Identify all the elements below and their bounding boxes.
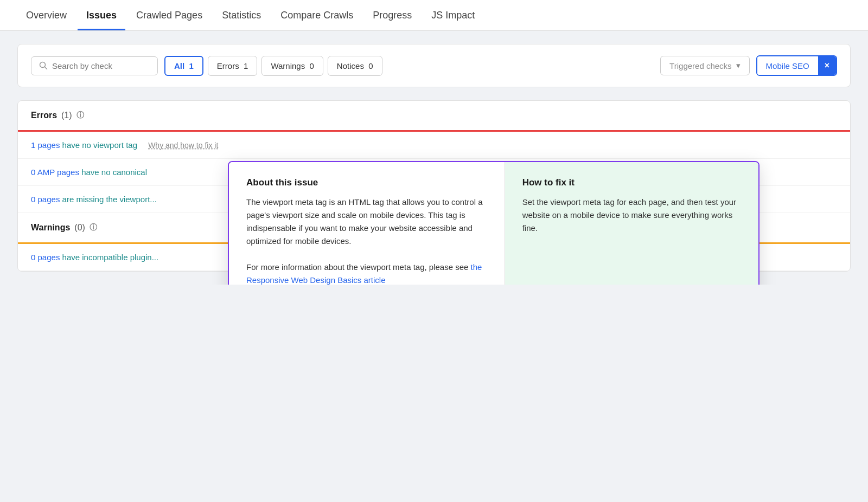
- search-box[interactable]: [31, 56, 158, 75]
- mobile-seo-close-button[interactable]: ×: [818, 56, 836, 75]
- svg-line-1: [45, 67, 47, 69]
- missing-viewport-text: are missing the viewport...: [62, 195, 157, 204]
- triggered-checks-label: Triggered checks: [669, 61, 732, 70]
- missing-viewport-pages-link[interactable]: 0 pages: [31, 195, 60, 204]
- filter-bar: All 1 Errors 1 Warnings 0 Notices 0 Trig…: [17, 44, 851, 87]
- errors-title: Errors: [31, 111, 57, 120]
- tab-compare-crawls[interactable]: Compare Crawls: [272, 0, 362, 30]
- tooltip-how-section: How to fix it Set the viewport meta tag …: [505, 162, 758, 285]
- top-navigation: Overview Issues Crawled Pages Statistics…: [0, 0, 868, 31]
- issue-row-viewport[interactable]: 1 pages have no viewport tag Why and how…: [18, 132, 850, 159]
- filter-pills: All 1 Errors 1 Warnings 0 Notices 0: [164, 56, 382, 76]
- tooltip-about-section: About this issue The viewport meta tag i…: [229, 162, 505, 285]
- search-icon: [39, 61, 48, 70]
- tab-statistics[interactable]: Statistics: [213, 0, 270, 30]
- pill-warnings[interactable]: Warnings 0: [261, 56, 323, 76]
- tooltip-popup: About this issue The viewport meta tag i…: [228, 161, 760, 285]
- pill-all[interactable]: All 1: [164, 56, 203, 76]
- tooltip-body-text-1: The viewport meta tag is an HTML tag tha…: [246, 197, 482, 246]
- errors-section-header: Errors (1) ⓘ: [18, 101, 850, 130]
- pill-errors[interactable]: Errors 1: [208, 56, 258, 76]
- viewport-issue-text: have no viewport tag: [62, 140, 137, 150]
- warnings-count: (0): [74, 223, 85, 233]
- tooltip-how-body: Set the viewport meta tag for each page,…: [522, 196, 741, 235]
- chevron-down-icon: ▾: [736, 61, 741, 70]
- tooltip-how-title: How to fix it: [522, 177, 741, 188]
- amp-issue-text: have no canonical: [81, 168, 147, 177]
- triggered-checks-button[interactable]: Triggered checks ▾: [660, 56, 750, 75]
- errors-count: (1): [61, 111, 72, 120]
- search-input[interactable]: [52, 61, 150, 70]
- tab-crawled-pages[interactable]: Crawled Pages: [127, 0, 211, 30]
- tab-progress[interactable]: Progress: [364, 0, 420, 30]
- main-content: All 1 Errors 1 Warnings 0 Notices 0 Trig…: [0, 31, 868, 285]
- incompatible-issue-text: have incompatible plugin...: [62, 253, 159, 262]
- viewport-pages-link[interactable]: 1 pages: [31, 140, 60, 150]
- warnings-title: Warnings: [31, 223, 70, 233]
- mobile-seo-label: Mobile SEO: [757, 57, 818, 75]
- errors-info-icon[interactable]: ⓘ: [76, 111, 84, 120]
- amp-pages-link[interactable]: 0 AMP pages: [31, 168, 79, 177]
- why-link[interactable]: Why and how to fix it: [148, 141, 218, 150]
- warnings-info-icon[interactable]: ⓘ: [90, 223, 97, 233]
- tooltip-body-text-2: For more information about the viewport …: [246, 262, 471, 272]
- incompatible-pages-link[interactable]: 0 pages: [31, 253, 60, 262]
- tab-overview[interactable]: Overview: [17, 0, 75, 30]
- tab-issues[interactable]: Issues: [78, 0, 125, 30]
- tooltip-about-body: The viewport meta tag is an HTML tag tha…: [246, 196, 487, 285]
- tab-js-impact[interactable]: JS Impact: [423, 0, 483, 30]
- tooltip-about-title: About this issue: [246, 177, 487, 188]
- pill-notices[interactable]: Notices 0: [328, 56, 382, 76]
- mobile-seo-filter: Mobile SEO ×: [756, 55, 837, 76]
